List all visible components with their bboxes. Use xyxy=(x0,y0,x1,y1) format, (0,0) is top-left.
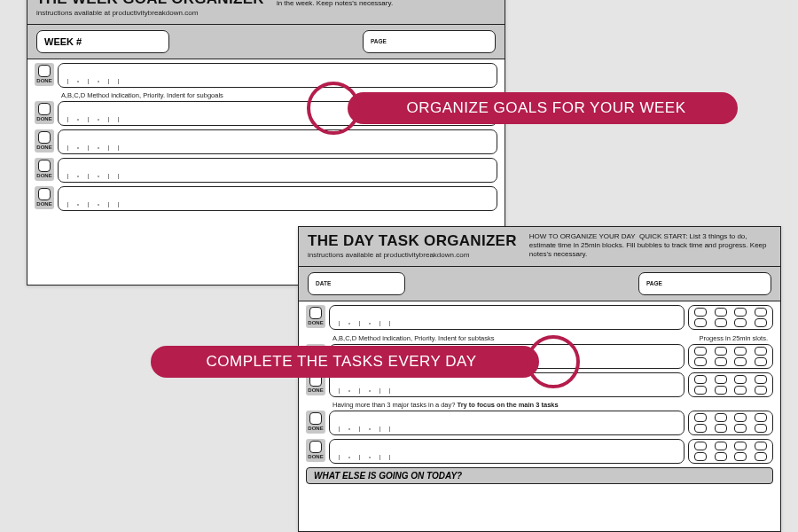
week-header: THE WEEK GOAL ORGANIZER instructions ava… xyxy=(27,0,505,25)
day-subtitle: instructions available at productivitybr… xyxy=(308,251,517,259)
task-row: DONE xyxy=(306,411,773,435)
goal-entry-field[interactable] xyxy=(58,158,497,183)
progress-slots[interactable] xyxy=(688,344,773,369)
callout-day-label: COMPLETE THE TASKS EVERY DAY xyxy=(151,346,539,378)
done-checkbox[interactable] xyxy=(38,131,51,144)
goal-entry-field[interactable] xyxy=(58,186,497,211)
week-page-field[interactable]: PAGE xyxy=(363,30,496,53)
progress-slots[interactable] xyxy=(688,439,773,464)
week-title: THE WEEK GOAL ORGANIZER xyxy=(36,0,264,8)
day-field-bar: DATE PAGE xyxy=(299,267,780,301)
done-checkbox[interactable] xyxy=(38,188,51,200)
done-checkbox[interactable] xyxy=(309,307,322,319)
callout-ring-icon xyxy=(307,82,360,135)
task-row: DONE xyxy=(306,305,773,330)
callout-day: COMPLETE THE TASKS EVERY DAY xyxy=(151,335,580,388)
task-row: DONE xyxy=(306,439,773,464)
done-checkbox[interactable] xyxy=(38,160,51,172)
week-field-bar: WEEK # PAGE xyxy=(27,25,505,59)
week-subtitle: instructions available at productivitybr… xyxy=(36,9,264,17)
day-section-heading: WHAT ELSE IS GOING ON TODAY? xyxy=(306,467,773,484)
day-howto: HOW TO ORGANIZE YOUR DAY QUICK START: Li… xyxy=(529,232,771,259)
task-entry-field[interactable] xyxy=(329,411,685,435)
done-checkbox[interactable] xyxy=(309,441,322,453)
task-entry-field[interactable] xyxy=(329,439,685,464)
date-field[interactable]: DATE xyxy=(308,272,405,295)
day-page-field[interactable]: PAGE xyxy=(638,272,771,295)
progress-slots[interactable] xyxy=(688,372,773,397)
progress-hint: Progess in 25min slots. xyxy=(699,334,768,342)
week-number-field[interactable]: WEEK # xyxy=(36,30,169,53)
progress-slots[interactable] xyxy=(688,305,773,330)
day-title: THE DAY TASK ORGANIZER xyxy=(308,232,517,250)
goal-row: DONE xyxy=(35,186,497,211)
done-column: DONE xyxy=(35,63,54,86)
day-header: THE DAY TASK ORGANIZER instructions avai… xyxy=(299,227,780,267)
week-howto: HOW TO ORGANIZE YOUR WEEK QUICK START: L… xyxy=(277,0,496,17)
goal-row: DONE xyxy=(35,158,497,183)
callout-week-label: ORGANIZE GOALS FOR YOUR WEEK xyxy=(348,92,738,124)
focus-hint: Having more than 3 major tasks in a day?… xyxy=(332,401,773,409)
done-checkbox[interactable] xyxy=(38,103,51,115)
done-checkbox[interactable] xyxy=(38,65,51,77)
done-checkbox[interactable] xyxy=(309,412,322,425)
dot-grid xyxy=(306,519,773,531)
task-entry-field[interactable] xyxy=(329,305,685,330)
callout-week: ORGANIZE GOALS FOR YOUR WEEK xyxy=(307,82,738,135)
callout-ring-icon xyxy=(527,335,580,388)
progress-slots[interactable] xyxy=(688,411,773,435)
